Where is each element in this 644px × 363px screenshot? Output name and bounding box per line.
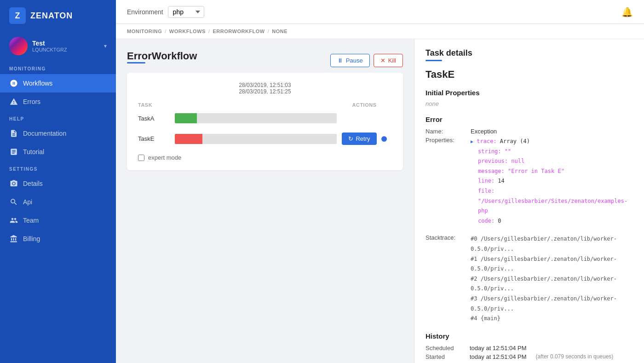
x-icon: ✕ (380, 57, 385, 64)
sidebar-item-details[interactable]: Details (0, 174, 116, 193)
initial-props-title: Initial Properties (426, 89, 633, 97)
stacktrace-entries: #0 /Users/gillesbarbier/.zenaton/lib/wor… (471, 234, 633, 323)
prop-message: message: "Error in Task E" (471, 167, 633, 177)
task-e-actions: ↻ Retry (337, 133, 392, 145)
kill-button[interactable]: ✕ Kill (374, 54, 403, 67)
pause-label: Pause (346, 57, 363, 64)
chevron-down-icon: ▾ (104, 43, 107, 49)
breadcrumb-sep-2: / (208, 29, 210, 34)
col-header-actions: ACTIONS (337, 102, 392, 108)
bell-icon[interactable]: 🔔 (621, 6, 633, 17)
section-label-monitoring: MONITORING (0, 61, 116, 74)
user-section[interactable]: Test LQUNCKTGRZ ▾ (0, 31, 116, 61)
stacktrace-label: Stacktrace: (426, 234, 467, 323)
breadcrumb-workflows[interactable]: WORKFLOWS (169, 29, 206, 34)
topbar: Environment php node python 🔔 (116, 0, 644, 24)
stack-0: #0 /Users/gillesbarbier/.zenaton/lib/wor… (471, 234, 633, 254)
retry-button[interactable]: ↻ Retry (342, 133, 376, 145)
docs-icon (9, 129, 18, 138)
pause-button[interactable]: ⏸ Pause (330, 54, 370, 67)
history-row-scheduled: Scheduled today at 12:51:04 PM (426, 345, 633, 351)
svg-point-0 (13, 183, 15, 185)
task-details-underline (426, 60, 442, 61)
prop-val-string: "" (505, 148, 511, 155)
prop-code: code: 0 (471, 216, 633, 226)
api-icon (9, 197, 18, 207)
breadcrumb-monitoring[interactable]: MONITORING (127, 29, 162, 34)
sidebar-item-tutorial[interactable]: Tutorial (0, 143, 116, 161)
sidebar-item-label-api: Api (23, 198, 32, 206)
prop-trace: ▶ trace: Array (4) (471, 137, 633, 147)
sidebar-item-documentation[interactable]: Documentation (0, 124, 116, 143)
timestamp2: 28/03/2019, 12:51:25 (239, 88, 291, 95)
col-header-task: TASK (138, 102, 175, 108)
sidebar-item-team[interactable]: Team (0, 211, 116, 230)
kill-label: Kill (388, 57, 396, 64)
stack-4: #4 {main} (471, 314, 633, 324)
sidebar-logo: Z ZENATON (0, 0, 116, 31)
details-icon (9, 179, 18, 188)
prop-val-code: 0 (498, 218, 501, 224)
task-detail-name: TaskE (426, 69, 633, 81)
bar-gray (197, 113, 337, 123)
pause-icon: ⏸ (337, 57, 343, 64)
breadcrumb-none[interactable]: NONE (272, 29, 288, 34)
expand-icon[interactable]: ▶ (471, 139, 473, 144)
sidebar-item-billing[interactable]: Billing (0, 230, 116, 248)
expert-mode-label: expert mode (148, 154, 181, 161)
stack-2: #2 /Users/gillesbarbier/.zenaton/lib/wor… (471, 274, 633, 294)
breadcrumb-sep-1: / (165, 29, 167, 34)
bar-gray-e (202, 134, 337, 144)
prop-val-previous: null (511, 158, 524, 164)
breadcrumb-sep-3: / (268, 29, 270, 34)
stack-1: #1 /Users/gillesbarbier/.zenaton/lib/wor… (471, 254, 633, 274)
workflow-title-underline (127, 62, 145, 63)
prop-string: string: "" (471, 147, 633, 157)
task-card: 28/03/2019, 12:51:03 28/03/2019, 12:51:2… (127, 73, 403, 170)
bar-error (175, 134, 202, 144)
prop-key-message: message: (478, 168, 508, 174)
user-org: LQUNCKTGRZ (32, 47, 99, 52)
col-header-bar (175, 102, 337, 108)
env-select[interactable]: php node python (168, 6, 204, 18)
task-details-title: Task details (426, 48, 633, 58)
sidebar-item-errors[interactable]: Errors (0, 92, 116, 111)
breadcrumb-errorworkflow[interactable]: ERRORWORKFLOW (213, 29, 264, 34)
prop-key-code: code: (478, 218, 498, 224)
prop-key-previous: previous: (478, 158, 511, 164)
sidebar-item-label-billing: Billing (23, 235, 40, 242)
sidebar-item-api[interactable]: Api (0, 193, 116, 211)
history-block: History Scheduled today at 12:51:04 PM S… (426, 332, 633, 363)
history-time-started: today at 12:51:04 PM (470, 353, 527, 360)
tutorial-icon (9, 147, 18, 156)
history-label-scheduled: Scheduled (426, 345, 462, 351)
expert-mode: expert mode (138, 154, 392, 161)
history-label-started: Started (426, 353, 462, 360)
section-label-help: HELP (0, 111, 116, 124)
workflow-title: ErrorWorkflow (127, 50, 197, 62)
history-time-scheduled: today at 12:51:04 PM (470, 345, 527, 351)
user-info: Test LQUNCKTGRZ (32, 40, 99, 52)
sidebar-item-workflows[interactable]: Workflows (0, 74, 116, 92)
workflow-btn-group: ⏸ Pause ✕ Kill (330, 54, 403, 67)
prop-file: file: "/Users/gillesbarbier/Sites/zenato… (471, 186, 633, 216)
history-title: History (426, 332, 633, 340)
prop-val-file: "/Users/gillesbarbier/Sites/zenaton/exam… (478, 198, 627, 214)
user-name: Test (32, 40, 99, 47)
workflow-header: ErrorWorkflow ⏸ Pause ✕ Kill (127, 50, 403, 71)
initial-props-value: none (426, 100, 633, 107)
stacktrace-block: Stacktrace: #0 /Users/gillesbarbier/.zen… (426, 234, 633, 323)
main-content: Environment php node python 🔔 MONITORING… (116, 0, 644, 363)
error-title: Error (426, 115, 633, 123)
sidebar-item-label-workflows: Workflows (23, 80, 52, 87)
right-panel: Task details TaskE Initial Properties no… (414, 39, 644, 363)
sidebar-item-label-errors: Errors (23, 98, 40, 105)
stack-3: #3 /Users/gillesbarbier/.zenaton/lib/wor… (471, 294, 633, 314)
expert-mode-checkbox[interactable] (138, 155, 144, 161)
sidebar-item-label-docs: Documentation (23, 130, 66, 137)
section-label-settings: SETTINGS (0, 161, 116, 174)
avatar (9, 37, 28, 55)
sidebar-item-label-tutorial: Tutorial (23, 148, 44, 156)
prop-val-message: "Error in Task E" (508, 168, 564, 174)
prop-key-trace: trace: (477, 138, 500, 144)
